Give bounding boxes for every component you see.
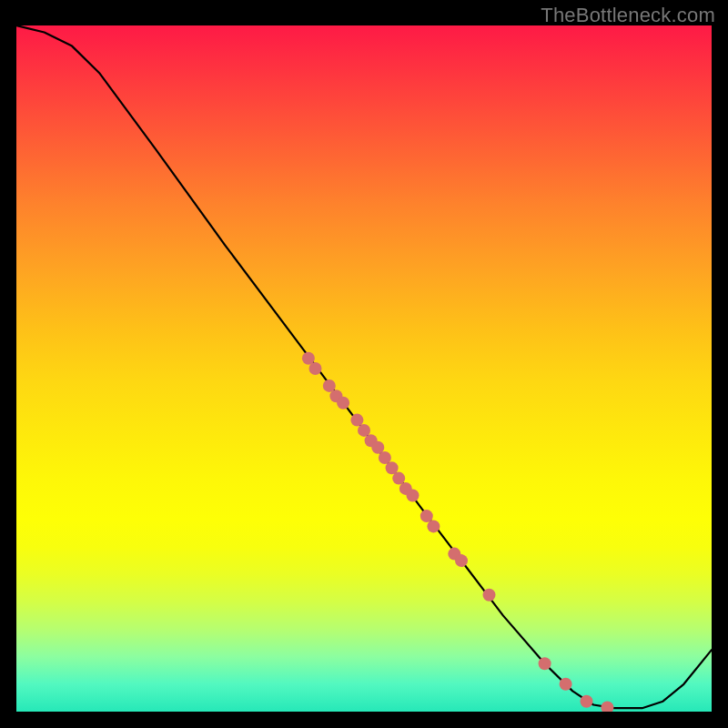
data-point	[427, 520, 440, 532]
chart-svg	[16, 25, 712, 712]
data-point	[483, 589, 496, 602]
bottleneck-curve	[16, 25, 712, 708]
watermark-text: TheBottleneck.com	[541, 4, 715, 27]
data-point	[309, 362, 322, 375]
chart-frame: TheBottleneck.com	[0, 0, 728, 728]
data-point	[455, 554, 468, 567]
data-point	[581, 695, 593, 708]
data-points-group	[302, 352, 614, 712]
data-point	[539, 657, 551, 670]
data-point	[407, 490, 420, 502]
data-point	[601, 702, 613, 713]
plot-area	[16, 25, 712, 712]
data-point	[337, 397, 349, 410]
data-point	[560, 678, 572, 691]
